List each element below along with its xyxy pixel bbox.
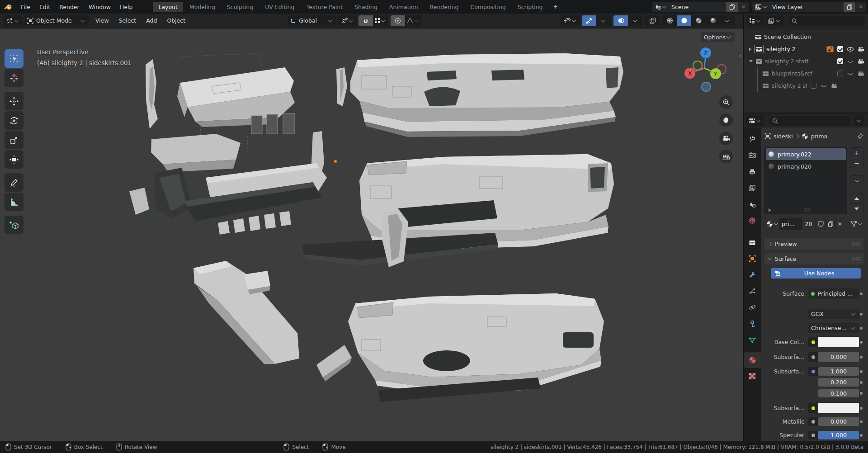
- breadcrumb-object[interactable]: sideski: [774, 133, 793, 140]
- add-workspace-button[interactable]: +: [548, 2, 562, 12]
- tool-rotate[interactable]: [5, 111, 24, 130]
- menu-view[interactable]: View: [90, 17, 114, 24]
- editor-type-dropdown[interactable]: [4, 15, 23, 26]
- menu-render[interactable]: Render: [55, 4, 84, 10]
- properties-options-dropdown[interactable]: [854, 115, 863, 126]
- tab-particles[interactable]: [744, 283, 761, 299]
- outliner-row-sileighty2-sta[interactable]: sileighty 2 sta: [744, 80, 868, 92]
- tab-rendering[interactable]: Rendering: [425, 2, 464, 12]
- pivot-point-dropdown[interactable]: [338, 15, 357, 26]
- radius-y-field[interactable]: 0.200: [818, 378, 859, 387]
- tool-move[interactable]: [5, 92, 24, 110]
- tab-scene[interactable]: [744, 196, 761, 212]
- object-visibility-dropdown[interactable]: [561, 15, 580, 26]
- tool-add-cube[interactable]: [5, 216, 24, 234]
- outliner-row-sileighty2-staff[interactable]: sileighty 2 staff: [744, 55, 868, 67]
- tab-layout[interactable]: Layout: [153, 2, 183, 12]
- decorator-dot[interactable]: [860, 341, 863, 344]
- sss-method-dropdown[interactable]: Christense...: [808, 323, 859, 333]
- use-nodes-button[interactable]: Use Nodes: [771, 268, 861, 278]
- outliner-display-mode-dropdown[interactable]: [766, 15, 783, 26]
- eye-closed-icon[interactable]: [847, 59, 854, 64]
- viewport-options-dropdown[interactable]: Options: [701, 32, 735, 42]
- proportional-falloff-dropdown[interactable]: [405, 15, 421, 26]
- checkbox-unchecked[interactable]: [811, 83, 816, 89]
- expand-arrow-icon[interactable]: [769, 208, 771, 212]
- tool-scale[interactable]: [5, 131, 24, 149]
- view-layer-selector[interactable]: View Layer ✕: [752, 2, 866, 12]
- tab-compositing[interactable]: Compositing: [465, 2, 511, 12]
- decorator-dot[interactable]: [860, 356, 863, 359]
- pan-hand-button[interactable]: [719, 113, 733, 127]
- slot-specials-dropdown[interactable]: [850, 175, 863, 186]
- eye-closed-icon[interactable]: [820, 83, 827, 89]
- panel-grip[interactable]: [852, 257, 861, 261]
- radius-x-field[interactable]: 1.000: [818, 367, 859, 376]
- 3d-viewport[interactable]: User Perspective (46) sileighty 2 | side…: [0, 28, 743, 441]
- tool-measure[interactable]: [5, 193, 24, 211]
- value-socket-button[interactable]: [808, 417, 818, 426]
- value-socket-button[interactable]: [808, 352, 818, 362]
- overlays-dropdown[interactable]: [628, 15, 642, 26]
- blender-logo-icon[interactable]: [0, 4, 16, 10]
- collapse-arrow-icon[interactable]: [749, 60, 753, 62]
- menu-window[interactable]: Window: [84, 4, 115, 10]
- tab-scripting[interactable]: Scripting: [512, 2, 548, 12]
- color-socket-button[interactable]: [808, 403, 818, 413]
- checkbox-checked[interactable]: [837, 58, 843, 64]
- outliner-row-sileighty2[interactable]: sileighty 2: [744, 43, 868, 55]
- properties-editor-type-dropdown[interactable]: [746, 115, 764, 126]
- mode-dropdown[interactable]: Object Mode: [24, 15, 89, 26]
- tab-tool[interactable]: [744, 131, 761, 147]
- value-socket-button[interactable]: [808, 431, 818, 439]
- metallic-value-field[interactable]: 0.000: [818, 417, 859, 426]
- decorator-dot[interactable]: [860, 434, 863, 437]
- snap-toggle[interactable]: [359, 15, 373, 26]
- camera-view-button[interactable]: [719, 132, 733, 145]
- distribution-dropdown[interactable]: GGX: [808, 309, 859, 319]
- camera-render-icon[interactable]: [858, 71, 864, 76]
- tab-shading[interactable]: Shading: [349, 2, 383, 12]
- tool-transform[interactable]: [5, 150, 24, 169]
- camera-render-icon[interactable]: [831, 83, 838, 89]
- decorator-dot[interactable]: [860, 407, 863, 410]
- expand-arrow-icon[interactable]: [749, 47, 751, 51]
- tab-object[interactable]: [744, 250, 761, 267]
- decorator-dot[interactable]: [860, 313, 863, 316]
- tab-object-data[interactable]: [744, 332, 761, 348]
- radius-z-field[interactable]: 0.100: [818, 389, 859, 397]
- decorator-dot[interactable]: [860, 420, 863, 423]
- shading-material-button[interactable]: [691, 15, 706, 26]
- panel-grip[interactable]: [852, 242, 861, 246]
- outliner-search-input[interactable]: [788, 16, 865, 26]
- decorator-dot[interactable]: [860, 327, 863, 330]
- remove-view-layer-button[interactable]: ✕: [855, 2, 866, 12]
- tab-physics[interactable]: [744, 299, 761, 316]
- move-slot-down-button[interactable]: [850, 204, 863, 214]
- tab-uv-editing[interactable]: UV Editing: [259, 2, 300, 12]
- camera-render-icon[interactable]: [858, 47, 864, 52]
- gizmos-toggle[interactable]: [582, 15, 596, 26]
- menu-help[interactable]: Help: [115, 4, 137, 10]
- decorator-dot[interactable]: [860, 370, 863, 373]
- properties-search-input[interactable]: [769, 116, 850, 126]
- tab-texture-paint[interactable]: Texture Paint: [301, 2, 348, 12]
- transform-orientation-dropdown[interactable]: Global: [288, 15, 336, 26]
- overlays-toggle[interactable]: [613, 15, 628, 26]
- slot-link-dropdown[interactable]: [849, 218, 863, 230]
- tab-output[interactable]: [744, 164, 761, 180]
- add-slot-button[interactable]: +: [850, 147, 863, 158]
- material-name-field[interactable]: pri...: [780, 218, 802, 230]
- add-view-layer-button[interactable]: [844, 2, 855, 12]
- decorator-dot[interactable]: [860, 392, 863, 395]
- tab-material[interactable]: [744, 352, 761, 368]
- material-slot-selected[interactable]: primary.022: [766, 148, 846, 160]
- specular-slider[interactable]: 1.000: [818, 431, 859, 439]
- fake-user-shield-button[interactable]: [816, 218, 826, 230]
- checkbox-unchecked[interactable]: [837, 71, 843, 76]
- color-socket-button[interactable]: [808, 337, 818, 347]
- navigation-gizmo[interactable]: Z X Y: [677, 41, 731, 95]
- gizmos-dropdown[interactable]: [596, 15, 611, 26]
- breadcrumb-material[interactable]: prima: [811, 133, 827, 140]
- tab-animation[interactable]: Animation: [384, 2, 424, 12]
